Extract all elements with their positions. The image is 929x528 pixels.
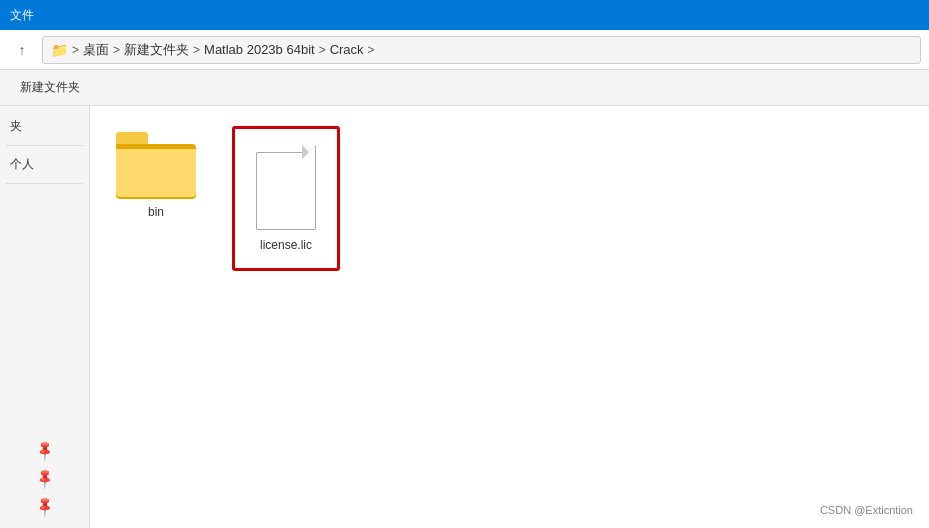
sidebar-pins: 📌 📌 📌: [0, 434, 89, 522]
sidebar-item-folder[interactable]: 夹: [0, 112, 89, 141]
pin-icon-1[interactable]: 📌: [33, 438, 56, 461]
title-text: 文件: [10, 7, 34, 24]
folder-icon: 📁: [51, 42, 68, 58]
breadcrumb-desktop[interactable]: 桌面: [83, 41, 109, 59]
address-bar[interactable]: 📁 > 桌面 > 新建文件夹 > Matlab 2023b 64bit > Cr…: [42, 36, 921, 64]
pin-icon-2[interactable]: 📌: [33, 466, 56, 489]
file-item-license[interactable]: license.lic: [245, 139, 327, 258]
sidebar-item-personal[interactable]: 个人: [0, 150, 89, 179]
main-layout: 夹 个人 📌 📌 📌 bin: [0, 106, 929, 528]
toolbar-row: 新建文件夹: [0, 70, 929, 106]
new-folder-label: 新建文件夹: [20, 79, 80, 96]
sidebar: 夹 个人 📌 📌 📌: [0, 106, 90, 528]
file-label-bin: bin: [148, 205, 164, 219]
doc-body: [256, 152, 316, 230]
selected-file-border: license.lic: [232, 126, 340, 271]
sidebar-divider-2: [6, 183, 83, 184]
doc-fold-white: [302, 146, 315, 159]
pin-icon-3[interactable]: 📌: [33, 494, 56, 517]
title-bar: 文件: [0, 0, 929, 30]
back-button[interactable]: ↑: [8, 36, 36, 64]
sidebar-divider: [6, 145, 83, 146]
breadcrumb-newfolder[interactable]: 新建文件夹: [124, 41, 189, 59]
folder-icon-bin: [116, 132, 196, 197]
watermark: CSDN @Exticntion: [820, 504, 913, 516]
file-area: bin license.lic CSDN @Exticntion: [90, 106, 929, 528]
new-folder-button[interactable]: 新建文件夹: [10, 75, 90, 101]
file-item-bin[interactable]: bin: [110, 126, 202, 225]
watermark-text: CSDN @Exticntion: [820, 504, 913, 516]
address-bar-row: ↑ 📁 > 桌面 > 新建文件夹 > Matlab 2023b 64bit > …: [0, 30, 929, 70]
breadcrumb-matlab[interactable]: Matlab 2023b 64bit: [204, 42, 315, 57]
breadcrumb-crack[interactable]: Crack: [330, 42, 364, 57]
doc-icon-license: [251, 145, 321, 230]
file-label-license: license.lic: [260, 238, 312, 252]
